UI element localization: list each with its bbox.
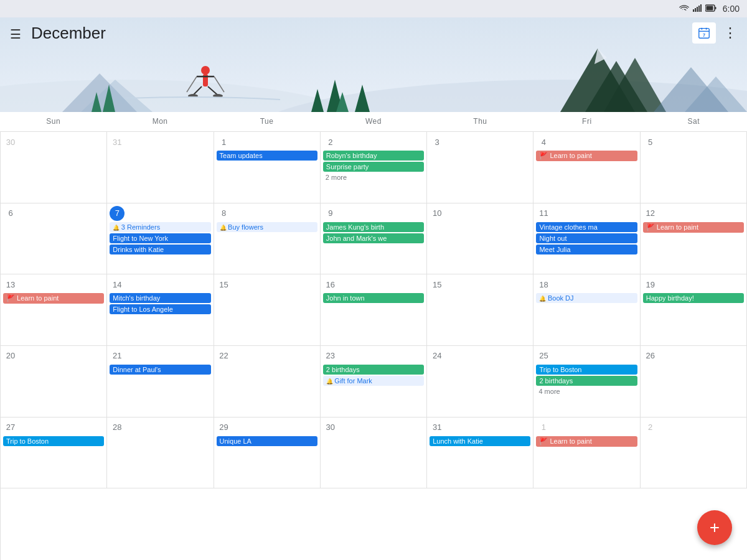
date-number: 1 [536,420,551,435]
calendar-cell[interactable]: 18Book DJ [533,274,640,346]
date-number: 31 [430,420,444,435]
calendar-cell[interactable]: 73 RemindersFlight to New YorkDrinks wit… [107,203,214,275]
date-number: 11 [536,206,551,221]
event-chip[interactable]: Robyn's birthday [323,151,424,161]
event-chip[interactable]: James Kung's birth [323,222,424,232]
calendar-cell[interactable]: 16John in town [321,274,427,346]
svg-rect-3 [698,6,700,12]
date-number: 22 [217,348,232,363]
menu-icon[interactable]: ☰ [10,27,21,42]
reminder-chip[interactable]: Book DJ [536,293,637,303]
event-chip[interactable]: Lunch with Katie [430,436,530,446]
event-chip[interactable]: Trip to Boston [536,365,637,375]
calendar-cell[interactable]: 232 birthdaysGift for Mark [321,346,427,418]
date-number: 25 [536,348,551,363]
event-chip[interactable]: 🚩 Learn to paint [536,151,637,161]
reminder-chip[interactable]: Buy flowers [217,222,317,232]
date-number: 30 [323,420,338,435]
calendar-cell[interactable]: 31 [107,132,214,203]
event-chip[interactable]: John in town [323,293,424,303]
date-number: 21 [110,348,125,363]
calendar-cell[interactable]: 1🚩 Learn to paint [533,418,640,489]
calendar-cell[interactable]: 11Vintage clothes maNight outMeet Julia [533,203,640,275]
event-chip[interactable]: 🚩 Learn to paint [3,293,104,304]
calendar-grid: 30311Team updates2Robyn's birthdaySurpri… [0,132,747,560]
event-chip[interactable]: Mitch's birthday [110,293,210,303]
event-chip[interactable]: John and Mark's we [323,233,424,243]
event-chip[interactable]: 2 birthdays [323,365,424,375]
event-chip[interactable]: Surprise party [323,162,424,172]
calendar-cell[interactable]: 8Buy flowers [214,203,321,275]
event-chip[interactable]: Meet Julia [536,245,637,254]
date-number: 5 [643,134,658,149]
add-event-button[interactable]: + [697,510,732,545]
calendar-cell[interactable]: 2 [641,418,747,489]
calendar-cell[interactable]: 2Robyn's birthdaySurprise party2 more [321,132,427,203]
date-number: 16 [323,277,338,292]
calendar-cell[interactable]: 15 [427,274,533,346]
calendar-cell[interactable]: 10 [427,203,533,275]
calendar-cell[interactable]: 30 [321,418,427,489]
calendar-cell[interactable]: 24 [427,346,533,418]
date-number: 9 [323,206,338,221]
calendar-cell[interactable]: 15 [214,274,321,346]
calendar-cell[interactable]: 19Happy birthday! [641,274,747,346]
calendar-cell[interactable]: 28 [107,418,214,489]
event-chip[interactable]: Unique LA [217,436,317,446]
svg-rect-6 [706,6,713,10]
svg-text:7: 7 [703,32,705,38]
more-options-icon[interactable]: ⋮ [723,25,737,41]
date-number: 18 [536,277,551,292]
today-button[interactable]: 7 [692,22,716,44]
day-header-mon: Mon [106,112,213,131]
day-header-sat: Sat [641,112,747,131]
event-chip[interactable]: Drinks with Katie [110,245,210,254]
signal-icon [693,4,702,14]
date-number: 14 [110,277,125,292]
calendar-cell[interactable]: 21Dinner at Paul's [107,346,214,418]
more-events-link[interactable]: 4 more [536,387,637,396]
event-chip[interactable]: Dinner at Paul's [110,365,210,375]
calendar-cell[interactable]: 25Trip to Boston2 birthdays4 more [533,346,640,418]
calendar-cell[interactable]: 1Team updates [214,132,321,203]
calendar-cell[interactable]: 6 [1,203,107,275]
date-number: 6 [3,206,18,221]
calendar-cell[interactable]: 5 [641,132,747,203]
calendar-cell[interactable]: 9James Kung's birthJohn and Mark's we [321,203,427,275]
event-chip[interactable]: 🚩 Learn to paint [536,436,637,447]
reminder-chip[interactable]: 3 Reminders [110,222,210,232]
date-number: 29 [217,420,232,435]
date-number: 1 [217,134,232,149]
calendar-cell[interactable]: 20 [1,346,107,418]
calendar-cell[interactable]: 22 [214,346,321,418]
calendar-cell[interactable]: 27Trip to Boston [1,418,107,489]
calendar-cell[interactable]: 14Mitch's birthdayFlight to Los Angele [107,274,214,346]
event-chip[interactable]: Team updates [217,151,317,161]
calendar-cell[interactable]: 13🚩 Learn to paint [1,274,107,346]
date-number: 4 [536,134,551,149]
event-chip[interactable]: Vintage clothes ma [536,222,637,232]
calendar-cell[interactable]: 29Unique LA [214,418,321,489]
calendar-cell[interactable]: 31Lunch with Katie [427,418,533,489]
date-number: 15 [217,277,232,292]
date-number: 13 [3,277,18,292]
calendar-cell[interactable]: 26 [641,346,747,418]
svg-rect-4 [700,4,702,12]
calendar-cell[interactable]: 3 [427,132,533,203]
event-chip[interactable]: Flight to Los Angele [110,304,210,314]
calendar-cell[interactable]: 12🚩 Learn to paint [641,203,747,275]
event-chip[interactable]: 🚩 Learn to paint [643,222,744,233]
event-chip[interactable]: Happy birthday! [643,293,744,303]
more-events-link[interactable]: 2 more [323,173,424,182]
battery-icon [705,4,716,14]
svg-rect-0 [693,9,694,12]
event-chip[interactable]: Flight to New York [110,233,210,243]
reminder-chip[interactable]: Gift for Mark [323,376,424,386]
calendar-cell[interactable]: 30 [1,132,107,203]
day-header-wed: Wed [320,112,426,131]
event-chip[interactable]: Night out [536,233,637,243]
event-chip[interactable]: Trip to Boston [3,436,104,446]
date-number: 15 [430,277,444,292]
event-chip[interactable]: 2 birthdays [536,376,637,386]
calendar-cell[interactable]: 4🚩 Learn to paint [533,132,640,203]
